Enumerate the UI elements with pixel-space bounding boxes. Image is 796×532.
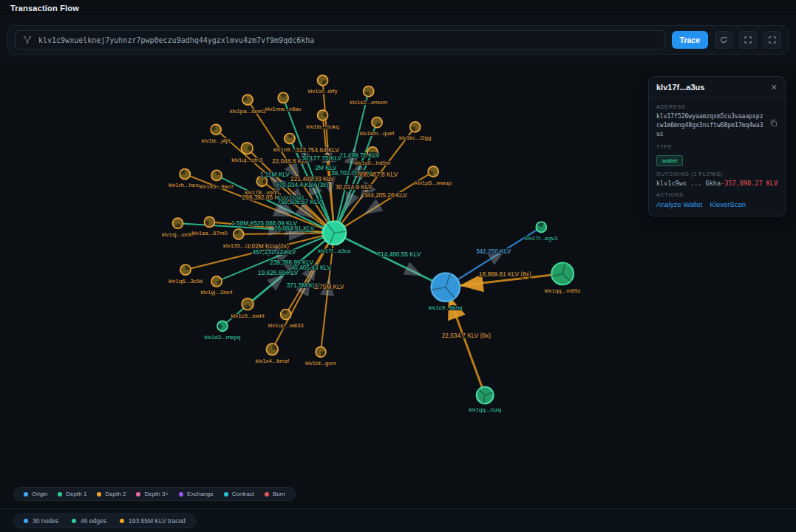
node-label: klv17f...a3us <box>318 248 350 254</box>
edge-arrow-icon <box>345 191 359 211</box>
node-label: klv1fa...0ukq <box>307 123 339 130</box>
analyze-wallet-link[interactable]: Analyze Wallet <box>656 200 702 208</box>
panel-title: klv17f...a3us <box>656 83 704 92</box>
node-label: klv1rh...hexa <box>169 182 202 188</box>
edge-label: 18,869.81 KLV (8x) <box>479 270 531 278</box>
edge-label: 41,499.76 KLV <box>339 151 380 159</box>
node-label: klv1p5...wwup <box>415 180 452 186</box>
transaction-flow-app: Transaction Flow Trace <box>0 0 796 532</box>
node-label: klv1c9...ewhl <box>231 313 265 319</box>
edge-label: 1.11M KLV <box>260 171 290 178</box>
node-label: klv1sa...67m0 <box>191 230 228 236</box>
node-label: klv1uj...qfn3 <box>231 157 263 163</box>
reset-button[interactable] <box>715 31 732 49</box>
edge-label: 30,014.9 KLV <box>336 183 373 191</box>
edge-label: 313,754.64 KLV <box>296 146 339 154</box>
page-title: Transaction Flow <box>10 4 79 13</box>
fullscreen-icon <box>768 35 777 44</box>
node-label: klv1kc...l2gg <box>399 134 431 141</box>
node-label: klv1qq...rszq <box>469 406 501 413</box>
legend-dot <box>24 492 28 497</box>
node-label: klv1s2...emum <box>350 99 387 106</box>
trace-button[interactable]: Trace <box>672 31 708 49</box>
legend-item-contract: Contract <box>224 491 254 497</box>
node-label: klv1td...gxrx <box>305 360 336 366</box>
node-label: klv1c9...6kha <box>429 304 463 311</box>
legend-dot <box>58 492 62 497</box>
flow-branch-icon <box>23 35 32 44</box>
address-search-input[interactable] <box>38 36 657 44</box>
node-label: klv1up...w833 <box>268 322 305 329</box>
actions-section-label: ACTIONS <box>656 192 778 197</box>
search-container: Trace <box>7 25 789 55</box>
node-label: klv1c0...hd0m <box>355 160 391 166</box>
address-section-label: ADDRESS <box>656 104 778 109</box>
legend-item-depth-1: Depth 1 <box>58 491 86 497</box>
legend-dot <box>24 519 28 523</box>
legend-dot <box>136 492 140 497</box>
status-item: 193.55M KLV traced <box>120 517 186 525</box>
legend-dot <box>72 519 76 523</box>
graph-stage: klv1lo...drfyklv1s2...emumklv1pa...sem3k… <box>0 64 796 508</box>
node-label: klv1e5...9ao7 <box>200 183 234 190</box>
node-label: klv1sj...ux9h <box>162 231 194 238</box>
copy-icon[interactable] <box>769 117 778 130</box>
status-pill: 30 nodes46 edges193.55M KLV traced <box>13 514 196 528</box>
legend-item-exchange: Exchange <box>179 491 214 497</box>
legend-dot <box>97 492 101 497</box>
outgoing-flow-row[interactable]: klv1c9wx ... 6kha -357,090.27 KLV <box>656 180 778 187</box>
node-label: klv1mw...v8av <box>265 106 302 112</box>
edge-label: 22,534.7 KLV (6x) <box>442 332 491 339</box>
panel-header: klv17f...a3us ✕ <box>649 77 785 98</box>
outgoing-section-label: OUTGOING (1 FLOWS) <box>656 171 778 177</box>
toolbar: Trace <box>0 16 796 64</box>
fit-view-button[interactable] <box>739 31 757 49</box>
panel-body: ADDRESS klv17f526wyaamzqxm5cu3vaaapspzcw… <box>649 98 785 216</box>
edge-label: 342,250 KLV <box>476 248 511 255</box>
edge-label: 30,177.75 KLV <box>302 154 342 162</box>
fit-view-icon <box>744 35 752 44</box>
legend-item-burn: Burn <box>265 491 285 497</box>
node-label: klv1km...quef <box>360 130 395 137</box>
outgoing-amount: -357,090.27 KLV <box>721 180 778 187</box>
edge-label: 870,034.4 KLV (3x) <box>276 181 328 188</box>
node-label: klv1lo...drfy <box>308 88 338 95</box>
outgoing-address: klv1c9wx ... 6kha <box>656 180 721 187</box>
node-label: klv1qq...m89z <box>545 287 581 294</box>
node-label: klv1d3...mepq <box>204 334 240 341</box>
status-item: 46 edges <box>72 517 106 525</box>
address-value: klv17f526wyaamzqxm5cu3vaaapspzcw1m6mng48… <box>656 112 765 139</box>
legend-item-depth-2: Depth 2 <box>97 491 126 497</box>
legend-dot <box>120 519 124 523</box>
edge-arrow-icon <box>364 199 384 214</box>
node-label: klv17r...egv3 <box>525 235 558 242</box>
node-label: klv1le...j4j9 <box>202 137 231 144</box>
node-label: klv1x4...kmzf <box>256 358 290 364</box>
status-bar: 30 nodes46 edges193.55M KLV traced <box>0 508 796 532</box>
legend: OriginDepth 1Depth 2Depth 3+ExchangeCont… <box>13 487 296 501</box>
edge-label: 19,626.69 KLV <box>258 269 299 276</box>
reset-icon <box>719 35 728 44</box>
legend-dot <box>224 492 228 497</box>
legend-dot <box>265 492 269 497</box>
kleverscan-link[interactable]: KleverScan <box>710 200 746 208</box>
close-icon[interactable]: ✕ <box>771 83 778 92</box>
node-label: klv1q6...3c9d <box>169 278 203 284</box>
search-box <box>15 30 665 50</box>
edge-label: 344,205.26 KLV <box>364 191 407 199</box>
legend-item-depth-3-: Depth 3+ <box>136 491 169 497</box>
type-section-label: TYPE <box>656 144 778 149</box>
edge-label: 2.75M KLV <box>314 283 344 290</box>
node-label: klv1pa...sem3 <box>230 108 266 115</box>
legend-dot <box>179 492 183 497</box>
edge-label: 714,480.55 KLV <box>377 250 421 258</box>
edge-label: 457,231.12 KLV <box>252 248 296 256</box>
edge-arrow-icon <box>403 262 422 276</box>
node-label: klv1yj...3ze4 <box>200 289 233 296</box>
graph-edge <box>334 233 446 287</box>
node-detail-panel: klv17f...a3us ✕ ADDRESS klv17f526wyaamzq… <box>648 76 786 216</box>
type-badge: wallet <box>656 155 683 166</box>
fullscreen-button[interactable] <box>763 31 781 49</box>
legend-item-origin: Origin <box>24 491 47 497</box>
edge-label: 888,487.8 KLV <box>358 171 398 178</box>
